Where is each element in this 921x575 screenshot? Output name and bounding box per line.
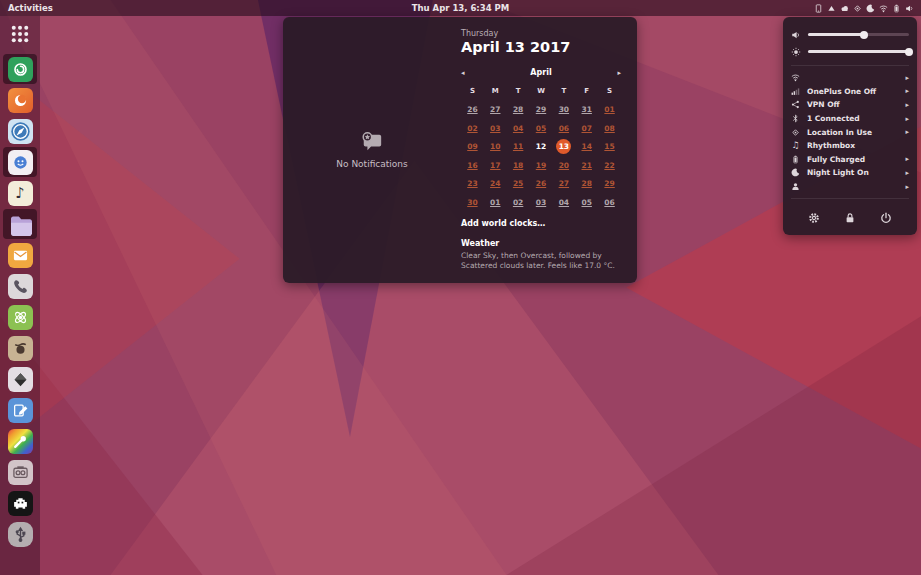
dock-item-web-compass[interactable]: [3, 116, 37, 146]
dock-item-music[interactable]: ♪: [3, 178, 37, 208]
brightness-icon: [791, 47, 801, 57]
menu-item-vpn-off[interactable]: VPN Off▸: [791, 98, 909, 112]
menu-item-location-in-use[interactable]: Location In Use▸: [791, 125, 909, 139]
lock-button[interactable]: [844, 212, 856, 224]
menu-item-wifi[interactable]: ▸: [791, 71, 909, 85]
calendar-day[interactable]: 22: [598, 158, 621, 173]
calendar-day[interactable]: 26: [530, 176, 553, 191]
power-button[interactable]: [880, 212, 892, 224]
calendar-day[interactable]: 03: [530, 195, 553, 210]
activities-button[interactable]: Activities: [0, 0, 61, 16]
calendar-day[interactable]: 30: [552, 102, 575, 117]
calendar-day[interactable]: 02: [507, 195, 530, 210]
calendar-day[interactable]: 06: [552, 121, 575, 136]
eject-icon[interactable]: [827, 4, 836, 13]
calendar-day[interactable]: 19: [530, 158, 553, 173]
volume-slider[interactable]: [791, 26, 909, 43]
night-light-icon[interactable]: [866, 4, 875, 13]
dock-item-show-apps[interactable]: [3, 19, 37, 49]
calendar-day[interactable]: 31: [575, 102, 598, 117]
location-icon[interactable]: [853, 4, 862, 13]
calendar-day[interactable]: 15: [598, 139, 621, 154]
separator: [791, 198, 909, 199]
volume-slider-knob[interactable]: [860, 31, 868, 39]
menu-item-oneplus-one-off[interactable]: OnePlus One Off▸: [791, 85, 909, 99]
calendar-day[interactable]: 17: [484, 158, 507, 173]
battery-icon[interactable]: [892, 4, 901, 13]
dock-item-green-browser[interactable]: [3, 54, 37, 84]
brightness-slider[interactable]: [791, 43, 909, 60]
phone-icon[interactable]: [814, 4, 823, 13]
calendar-day[interactable]: 09: [461, 139, 484, 154]
menu-item-night-light-on[interactable]: Night Light On▸: [791, 166, 909, 180]
weather-icon[interactable]: [840, 4, 849, 13]
calendar-day[interactable]: 12: [530, 139, 553, 154]
calendar-day[interactable]: 27: [552, 176, 575, 191]
calendar-day[interactable]: 05: [530, 121, 553, 136]
calendar-day[interactable]: 11: [507, 139, 530, 154]
dock-item-files[interactable]: [3, 209, 37, 239]
cellular-icon: [791, 87, 800, 96]
dock-item-color-picker[interactable]: [3, 426, 37, 456]
calendar-day[interactable]: 04: [552, 195, 575, 210]
calendar-day[interactable]: 29: [530, 102, 553, 117]
dock-item-editor[interactable]: [3, 395, 37, 425]
wifi-icon[interactable]: [879, 4, 888, 13]
calendar-day[interactable]: 16: [461, 158, 484, 173]
calendar-day[interactable]: 24: [484, 176, 507, 191]
dock-item-game[interactable]: [3, 488, 37, 518]
dock-item-phone-app[interactable]: [3, 271, 37, 301]
menu-item-fully-charged[interactable]: Fully Charged▸: [791, 153, 909, 167]
calendar-day[interactable]: 01: [484, 195, 507, 210]
calendar-day[interactable]: 28: [507, 102, 530, 117]
dock-item-inkscape[interactable]: [3, 364, 37, 394]
system-status-area[interactable]: [814, 0, 921, 16]
calendar-day[interactable]: 05: [575, 195, 598, 210]
calendar-day[interactable]: 08: [598, 121, 621, 136]
battery-icon: [791, 155, 800, 164]
calendar-day[interactable]: 07: [575, 121, 598, 136]
calendar-day[interactable]: 03: [484, 121, 507, 136]
prev-month-button[interactable]: ◂: [461, 69, 477, 77]
calendar-day[interactable]: 01: [598, 102, 621, 117]
dock-item-paint[interactable]: [3, 333, 37, 363]
calendar-day[interactable]: 21: [575, 158, 598, 173]
dock-item-atom[interactable]: [3, 302, 37, 332]
clock-button[interactable]: Thu Apr 13, 6:34 PM: [412, 0, 509, 16]
calendar-day[interactable]: 04: [507, 121, 530, 136]
dock-item-usb[interactable]: [3, 519, 37, 549]
calendar-day[interactable]: 02: [461, 121, 484, 136]
calendar-day[interactable]: 28: [575, 176, 598, 191]
calendar-day[interactable]: 14: [575, 139, 598, 154]
calendar-day[interactable]: 29: [598, 176, 621, 191]
weather-section[interactable]: Weather Clear Sky, then Overcast, follow…: [461, 239, 621, 271]
submenu-chevron-icon: ▸: [903, 87, 909, 95]
volume-icon[interactable]: [905, 4, 914, 13]
menu-item-user[interactable]: ▸: [791, 180, 909, 194]
calendar-day[interactable]: 27: [484, 102, 507, 117]
next-month-button[interactable]: ▸: [605, 69, 621, 77]
dock-item-camera[interactable]: [3, 457, 37, 487]
dock-item-mail[interactable]: [3, 240, 37, 270]
dock-item-chat[interactable]: [3, 147, 37, 177]
dock-item-orange-browser[interactable]: [3, 85, 37, 115]
calendar-day[interactable]: 20: [552, 158, 575, 173]
menu-item-rhythmbox[interactable]: ♫Rhythmbox: [791, 139, 909, 153]
user-icon: [791, 182, 800, 191]
web-compass-icon: [8, 119, 33, 144]
calendar-day[interactable]: 18: [507, 158, 530, 173]
calendar-day[interactable]: 23: [461, 176, 484, 191]
night-light-icon: [791, 168, 800, 177]
settings-button[interactable]: [808, 212, 820, 224]
add-world-clocks-button[interactable]: Add world clocks…: [461, 219, 621, 228]
brightness-slider-knob[interactable]: [905, 48, 913, 56]
calendar-day-today[interactable]: 13: [552, 139, 575, 154]
menu-item-1-connected[interactable]: 1 Connected▸: [791, 112, 909, 126]
calendar-day[interactable]: 06: [598, 195, 621, 210]
calendar-day[interactable]: 30: [461, 195, 484, 210]
calendar-day[interactable]: 26: [461, 102, 484, 117]
calendar-day[interactable]: 25: [507, 176, 530, 191]
volume-slider-track[interactable]: [808, 33, 909, 36]
brightness-slider-track[interactable]: [808, 50, 909, 53]
calendar-day[interactable]: 10: [484, 139, 507, 154]
